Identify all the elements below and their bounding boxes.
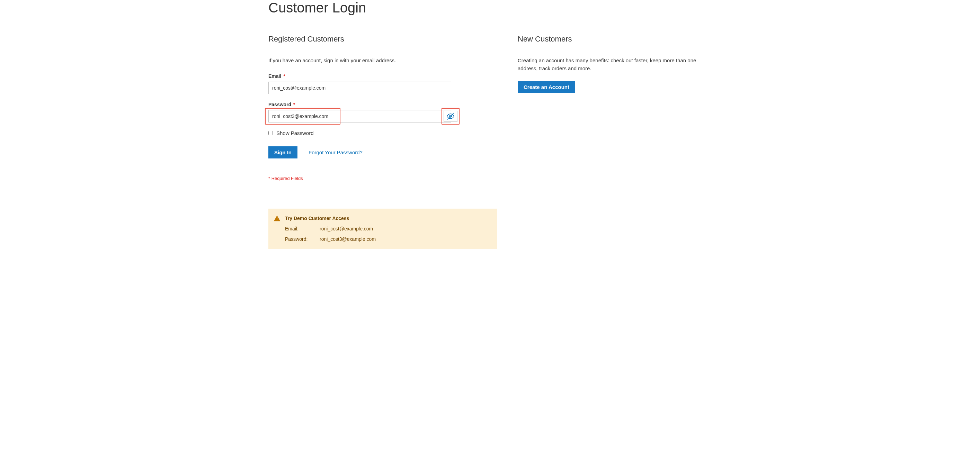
new-customers-description: Creating an account has many benefits: c… (518, 57, 712, 72)
toggle-password-visibility-button[interactable] (444, 111, 457, 122)
page-title: Customer Login (268, 0, 712, 16)
eye-slash-icon (446, 112, 455, 121)
svg-rect-3 (277, 220, 277, 221)
show-password-row: Show Password (268, 130, 497, 136)
demo-email-value: roni_cost@example.com (320, 226, 373, 232)
email-field-group: Email * (268, 73, 497, 94)
sign-in-button[interactable]: Sign In (268, 146, 298, 159)
email-input[interactable] (268, 82, 451, 94)
demo-password-label: Password: (285, 236, 320, 242)
password-label-text: Password (268, 102, 291, 107)
create-account-button[interactable]: Create an Account (518, 81, 575, 93)
required-fields-note: * Required Fields (268, 176, 497, 181)
registered-heading: Registered Customers (268, 35, 497, 48)
form-actions: Sign In Forgot Your Password? (268, 146, 497, 159)
demo-password-row: Password: roni_cost3@example.com (285, 236, 490, 242)
demo-email-row: Email: roni_cost@example.com (285, 226, 490, 232)
new-customers-block: New Customers Creating an account has ma… (518, 35, 712, 249)
show-password-checkbox[interactable] (268, 131, 273, 135)
demo-password-value: roni_cost3@example.com (320, 236, 376, 242)
svg-rect-2 (277, 217, 277, 219)
registered-customers-block: Registered Customers If you have an acco… (268, 35, 497, 249)
new-customers-heading: New Customers (518, 35, 712, 48)
required-asterisk: * (283, 73, 285, 79)
password-input[interactable] (268, 110, 451, 122)
demo-access-box: Try Demo Customer Access Email: roni_cos… (268, 209, 497, 249)
password-field-group: Password * (268, 102, 497, 122)
show-password-label[interactable]: Show Password (276, 130, 314, 136)
warning-icon (273, 215, 281, 224)
email-label-text: Email (268, 73, 281, 79)
email-label: Email * (268, 73, 497, 79)
demo-email-label: Email: (285, 226, 320, 232)
registered-description: If you have an account, sign in with you… (268, 57, 497, 65)
required-asterisk: * (293, 102, 295, 107)
demo-title: Try Demo Customer Access (285, 216, 490, 221)
password-label: Password * (268, 102, 497, 107)
forgot-password-link[interactable]: Forgot Your Password? (309, 149, 363, 156)
